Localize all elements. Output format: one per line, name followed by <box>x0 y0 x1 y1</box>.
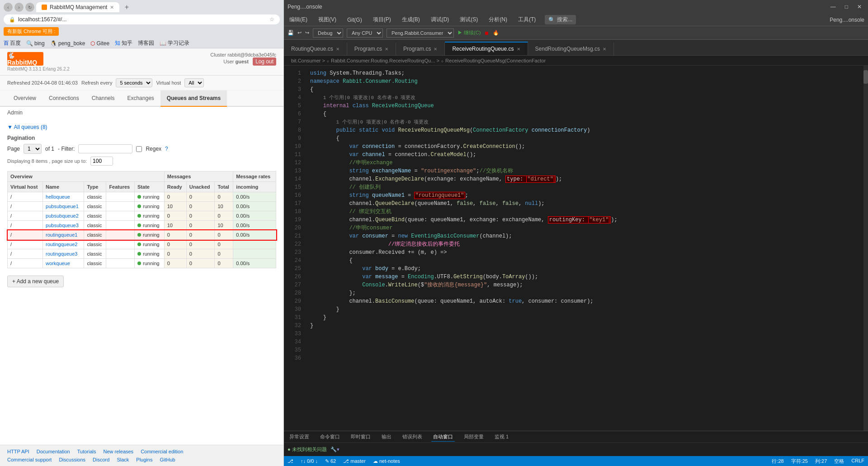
bookmark-baidu[interactable]: 百 百度 <box>4 39 21 47</box>
tab-close-btn[interactable]: ✕ <box>110 5 114 10</box>
tab-program-cs-1[interactable]: Program.cs ✕ <box>347 43 396 55</box>
panel-tab-auto[interactable]: 自动窗口 <box>431 433 455 442</box>
menu-edit[interactable]: 编辑(E) <box>288 15 309 24</box>
table-row[interactable]: / workqueue classic running 0 0 0 0.00/s <box>8 259 276 268</box>
tab-receive-routing-queue-cs[interactable]: ReceiveRoutingQueue.cs ✕ <box>445 42 528 55</box>
nav-admin[interactable]: Admin <box>0 107 283 119</box>
maximize-btn[interactable]: □ <box>842 3 851 11</box>
menu-project[interactable]: 项目(P) <box>371 15 393 24</box>
nav-channels[interactable]: Channels <box>85 90 121 107</box>
vhost-select[interactable]: All <box>184 78 204 87</box>
menu-view[interactable]: 视图(V) <box>316 15 338 24</box>
play-btn[interactable]: ▶ 继续(C) <box>458 29 481 36</box>
footer-new-releases[interactable]: New releases <box>103 449 133 454</box>
menu-git[interactable]: Git(G) <box>345 16 364 24</box>
toolbar-save-icon[interactable]: 💾 <box>288 30 294 36</box>
cell-name[interactable]: pubsubqueue1 <box>43 202 84 211</box>
footer-github[interactable]: GitHub <box>160 457 175 462</box>
tab-close-send-routing-queue-msg[interactable]: ✕ <box>603 47 606 52</box>
panel-tab-errors[interactable]: 错误列表 <box>401 433 424 441</box>
footer-slack[interactable]: Slack <box>117 457 129 462</box>
menu-tools[interactable]: 工具(T) <box>516 15 538 24</box>
toolbar-redo-icon[interactable]: ↪ <box>305 30 309 36</box>
nav-queues-streams[interactable]: Queues and Streams <box>160 90 227 107</box>
footer-documentation[interactable]: Documentation <box>37 449 70 454</box>
tab-program-cs-2[interactable]: Program.cs ✕ <box>396 43 445 55</box>
active-tab[interactable]: RabbitMQ Management ✕ <box>36 2 119 12</box>
cell-name[interactable]: routingqueue3 <box>43 249 84 259</box>
tab-close-program-2[interactable]: ✕ <box>434 47 437 52</box>
browser-refresh-icon[interactable]: ↻ <box>25 3 34 12</box>
regex-help-icon[interactable]: ? <box>165 146 168 152</box>
menu-build[interactable]: 生成(B) <box>400 15 422 24</box>
footer-commercial-support[interactable]: Commercial support <box>7 457 52 462</box>
address-text[interactable]: localhost:15672/#/... <box>18 16 267 23</box>
footer-discussions[interactable]: Discussions <box>59 457 85 462</box>
logout-button[interactable]: Log out <box>253 57 276 66</box>
panel-tab-exceptions[interactable]: 异常设置 <box>288 433 311 441</box>
table-row[interactable]: / routingqueue2 classic running 0 0 0 <box>8 240 276 249</box>
cell-name[interactable]: helloqueue <box>43 192 84 202</box>
footer-tutorials[interactable]: Tutorials <box>77 449 96 454</box>
bookmark-studynotes[interactable]: 📖 学习记录 <box>160 39 189 47</box>
table-row[interactable]: / helloqueue classic running 0 0 0 0.00/… <box>8 192 276 202</box>
menu-test[interactable]: 测试(S) <box>458 15 480 24</box>
panel-tab-watch[interactable]: 监视 1 <box>493 433 510 441</box>
bookmark-star-icon[interactable]: ☆ <box>269 16 274 23</box>
nav-connections[interactable]: Connections <box>42 90 85 107</box>
regex-checkbox[interactable] <box>136 146 142 152</box>
debug-config-select[interactable]: Debug <box>313 29 343 38</box>
toolbar-undo-icon[interactable]: ↩ <box>297 30 302 36</box>
browser-forward-icon[interactable]: › <box>14 3 24 12</box>
refresh-select[interactable]: 5 seconds <box>116 78 152 87</box>
tab-close-receive-routing-queue[interactable]: ✕ <box>517 47 520 52</box>
vscode-search-bar[interactable]: 🔍 搜索... <box>545 15 576 24</box>
address-bar[interactable]: 🔒 localhost:15672/#/... ☆ <box>4 14 280 24</box>
panel-tab-output[interactable]: 输出 <box>380 433 393 441</box>
cpu-select[interactable]: Any CPU <box>347 29 383 38</box>
table-row[interactable]: / pubsubqueue1 classic running 10 0 10 0… <box>8 202 276 211</box>
cell-name[interactable]: routingqueue1 <box>43 230 84 240</box>
filter-input[interactable] <box>78 144 132 153</box>
footer-commercial-edition[interactable]: Commercial edition <box>141 449 183 454</box>
menu-debug[interactable]: 调试(D) <box>429 15 451 24</box>
cell-name[interactable]: pubsubqueue2 <box>43 211 84 221</box>
nav-overview[interactable]: Overview <box>7 90 42 107</box>
bookmark-cnblog[interactable]: 博客园 <box>138 39 154 47</box>
project-select[interactable]: Peng.Rabbit.Consumer <box>387 29 454 38</box>
cell-name[interactable]: workqueue <box>43 259 84 268</box>
footer-discord[interactable]: Discord <box>93 457 109 462</box>
scrollbar-vertical[interactable] <box>863 66 868 431</box>
code-area[interactable]: using System.Threading.Tasks;namespace R… <box>307 66 863 431</box>
tab-routing-queue-cs[interactable]: RoutingQueue.cs ✕ <box>284 43 347 55</box>
close-btn[interactable]: ✕ <box>854 3 864 11</box>
bookmark-zhihu[interactable]: 知 知乎 <box>115 39 132 47</box>
tab-send-routing-queue-msg-cs[interactable]: SendRoutingQueueMsg.cs ✕ <box>528 43 614 55</box>
terminal-dropdown[interactable]: 🔧▾ <box>330 447 340 452</box>
cell-name[interactable]: routingqueue2 <box>43 240 84 249</box>
cell-name[interactable]: pubsubqueue3 <box>43 221 84 230</box>
minimize-btn[interactable]: — <box>828 3 839 11</box>
menu-analyze[interactable]: 分析(N) <box>487 15 509 24</box>
new-tab-button[interactable]: + <box>121 2 132 13</box>
table-row[interactable]: / routingqueue3 classic running 0 0 0 <box>8 249 276 259</box>
panel-tab-immediate[interactable]: 即时窗口 <box>349 433 373 441</box>
footer-http-api[interactable]: HTTP API <box>7 449 29 454</box>
nav-exchanges[interactable]: Exchanges <box>121 90 160 107</box>
panel-tab-locals[interactable]: 局部变量 <box>462 433 486 441</box>
page-size-input[interactable] <box>90 157 113 166</box>
browser-back-icon[interactable]: ‹ <box>4 3 13 12</box>
add-queue-button[interactable]: + Add a new queue <box>7 276 64 287</box>
stop-btn[interactable]: ⏹ <box>484 30 489 36</box>
bookmark-gitee[interactable]: ⬡ Gitee <box>90 40 109 47</box>
table-row[interactable]: / pubsubqueue2 classic running 0 0 0 0.0… <box>8 211 276 221</box>
footer-plugins[interactable]: Plugins <box>136 457 152 462</box>
tab-close-routing-queue[interactable]: ✕ <box>336 47 340 52</box>
all-queues-link[interactable]: ▼ All queues (8) <box>7 124 276 130</box>
table-row[interactable]: / pubsubqueue3 classic running 10 0 10 0… <box>8 221 276 230</box>
tab-close-program-1[interactable]: ✕ <box>385 47 388 52</box>
bookmark-bing[interactable]: 🔍 bing <box>26 40 45 47</box>
table-row[interactable]: / routingqueue1 classic running 0 0 0 0.… <box>8 230 276 240</box>
page-select[interactable]: 1 <box>24 144 42 154</box>
panel-tab-command[interactable]: 命令窗口 <box>318 433 342 441</box>
